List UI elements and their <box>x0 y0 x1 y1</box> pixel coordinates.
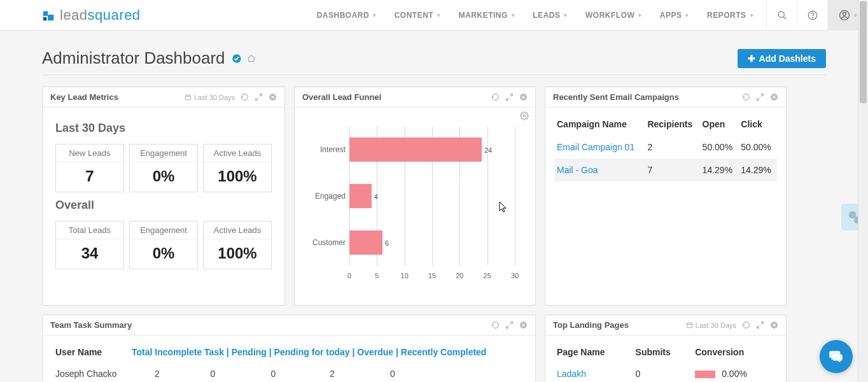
chevron-down-icon: ▾ <box>638 12 642 18</box>
svg-line-14 <box>259 94 262 97</box>
team-table: User Name Total Incomplete Task | Pendin… <box>53 343 525 382</box>
nav-dashboard[interactable]: DASHBOARD▾ <box>308 0 386 31</box>
svg-point-3 <box>778 11 784 17</box>
campaign-link[interactable]: Mail - Goa <box>557 165 598 175</box>
table-row: Email Campaign 01250.00%50.00% <box>554 136 777 159</box>
vertical-scrollbar[interactable] <box>858 0 868 382</box>
svg-rect-27 <box>687 323 692 327</box>
refresh-icon[interactable] <box>491 321 500 330</box>
table-row: Joseph Chacko20020 <box>53 364 525 382</box>
refresh-icon[interactable] <box>741 321 750 330</box>
plus-icon: ✚ <box>748 53 755 64</box>
check-badge-icon[interactable] <box>232 53 242 64</box>
chat-widget[interactable] <box>820 340 853 373</box>
gear-icon[interactable] <box>520 111 529 120</box>
help-button[interactable] <box>797 0 827 31</box>
svg-rect-1 <box>48 15 53 20</box>
search-button[interactable] <box>766 0 797 31</box>
chevron-down-icon: ▾ <box>512 12 515 18</box>
close-icon[interactable] <box>769 93 778 102</box>
campaign-link[interactable]: Email Campaign 01 <box>557 142 634 152</box>
close-icon[interactable] <box>519 93 528 102</box>
dashlet-body: Campaign Name Recipients Open Click Emai… <box>545 108 786 305</box>
add-dashlets-button[interactable]: ✚ Add Dashlets <box>738 49 826 68</box>
nav-utility: ▾ <box>766 0 868 31</box>
svg-line-21 <box>760 94 763 97</box>
dashlet-title: Top Landing Pages <box>553 320 629 330</box>
refresh-icon[interactable] <box>491 93 500 102</box>
dashlet-body: 051015202530Interest24Engaged4Customer6 <box>295 108 535 305</box>
nav-apps[interactable]: APPS▾ <box>651 0 698 31</box>
svg-point-8 <box>843 12 846 15</box>
col-page-name: Page Name <box>554 343 633 364</box>
expand-icon[interactable] <box>254 93 263 102</box>
conversion-bar <box>695 371 715 378</box>
scrollbar-thumb[interactable] <box>860 1 867 103</box>
dashlet-body: Last 30 Days New Leads7 Engagement0% Act… <box>43 108 284 305</box>
dashlet-email-campaigns: Recently Sent Email Campaigns Campaign N… <box>545 87 787 306</box>
page-content: Administrator Dashboard ✚ Add Dashlets K… <box>0 31 868 382</box>
dashlet-title: Team Task Summary <box>50 320 132 330</box>
logo[interactable]: leadsquared <box>42 7 141 24</box>
nav-leads[interactable]: LEADS▾ <box>524 0 577 31</box>
table-row: Ladakh00.00% <box>554 364 777 382</box>
logo-text: leadsquared <box>60 7 141 24</box>
nav-content[interactable]: CONTENT▾ <box>386 0 450 31</box>
svg-line-31 <box>760 322 763 325</box>
dashlet-header: Key Lead Metrics Last 30 Days <box>43 87 284 108</box>
section-overall: Overall <box>55 199 272 212</box>
metric-row: Total Leads34 Engagement0% Active Leads1… <box>55 221 272 269</box>
close-icon[interactable] <box>769 321 778 330</box>
dashlet-header: Recently Sent Email Campaigns <box>545 87 786 108</box>
nav-reports[interactable]: REPORTS▾ <box>698 0 762 31</box>
dashlet-body: Page Name Submits Conversion Ladakh00.00… <box>545 336 786 382</box>
metric-card-new-leads[interactable]: New Leads7 <box>55 144 124 192</box>
svg-point-20 <box>523 115 526 117</box>
metric-card-total-leads[interactable]: Total Leads34 <box>55 221 124 269</box>
refresh-icon[interactable] <box>240 93 249 102</box>
dashlet-title: Key Lead Metrics <box>50 92 118 102</box>
metric-card-engagement[interactable]: Engagement0% <box>129 144 198 192</box>
metric-row: New Leads7 Engagement0% Active Leads100% <box>55 144 272 192</box>
close-icon[interactable] <box>268 93 277 102</box>
expand-icon[interactable] <box>755 93 764 102</box>
chevron-down-icon: ▾ <box>854 12 857 18</box>
dashlet-row-2: Team Task Summary User Name Total Incomp… <box>42 315 826 382</box>
svg-rect-10 <box>185 95 190 99</box>
dashlet-header: Team Task Summary <box>43 315 535 336</box>
metric-card-active-leads[interactable]: Active Leads100% <box>203 221 272 269</box>
expand-icon[interactable] <box>755 321 764 330</box>
dashlet-header: Overall Lead Funnel <box>295 87 535 108</box>
chevron-down-icon: ▾ <box>564 12 568 18</box>
dashlet-lead-funnel: Overall Lead Funnel 051015202530Interest… <box>294 87 536 306</box>
period-selector[interactable]: Last 30 Days <box>686 322 736 329</box>
expand-icon[interactable] <box>505 93 514 102</box>
dashlet-top-landing-pages: Top Landing Pages Last 30 Days Page Name… <box>545 315 787 382</box>
svg-line-18 <box>506 98 508 101</box>
col-recipients: Recipients <box>645 115 699 136</box>
page-title: Administrator Dashboard <box>42 48 225 68</box>
close-icon[interactable] <box>519 321 528 330</box>
refresh-icon[interactable] <box>741 93 750 102</box>
chevron-down-icon: ▾ <box>437 12 441 18</box>
col-submits: Submits <box>633 343 693 364</box>
home-icon[interactable] <box>247 54 256 63</box>
nav-marketing[interactable]: MARKETING▾ <box>450 0 524 31</box>
svg-rect-2 <box>43 17 47 20</box>
metric-card-active-leads[interactable]: Active Leads100% <box>203 144 272 192</box>
svg-line-22 <box>757 98 759 101</box>
svg-line-32 <box>757 326 759 329</box>
nav-workflow[interactable]: WORKFLOW▾ <box>577 0 651 31</box>
dashlet-title: Overall Lead Funnel <box>302 92 381 102</box>
landing-page-link[interactable]: Ladakh <box>557 369 586 379</box>
expand-icon[interactable] <box>505 321 514 330</box>
col-task-links[interactable]: Total Incomplete Task | Pending | Pendin… <box>129 343 525 364</box>
metric-card-engagement[interactable]: Engagement0% <box>129 221 198 269</box>
svg-line-24 <box>510 322 512 325</box>
dashlet-key-lead-metrics: Key Lead Metrics Last 30 Days Last 30 Da… <box>42 87 285 306</box>
chevron-down-icon: ▾ <box>373 12 377 18</box>
period-selector[interactable]: Last 30 Days <box>185 94 235 101</box>
chevron-down-icon: ▾ <box>685 12 689 18</box>
page-header: Administrator Dashboard ✚ Add Dashlets <box>42 38 826 75</box>
svg-line-17 <box>510 94 512 97</box>
